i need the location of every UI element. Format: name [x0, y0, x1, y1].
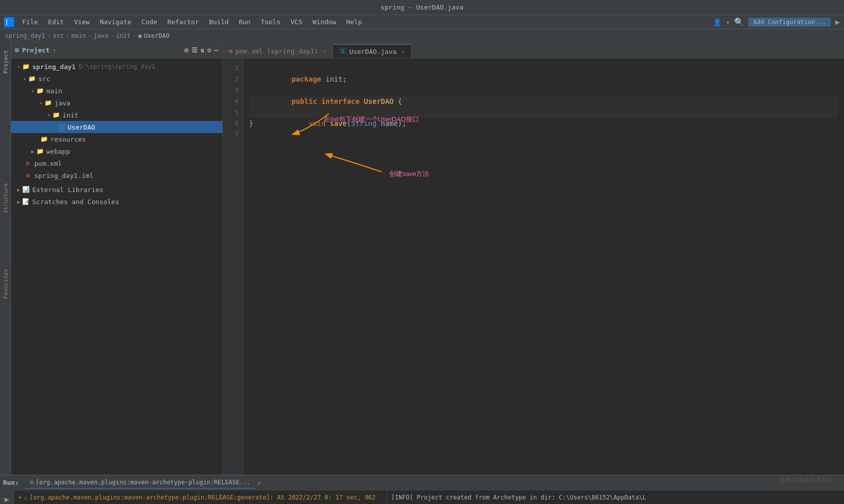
- sort-icon[interactable]: ⇅: [201, 46, 205, 54]
- app-icon: I: [4, 17, 14, 27]
- favorites-tab[interactable]: Favorites: [1, 266, 11, 301]
- init-folder-icon: 📁: [51, 110, 61, 119]
- run-left-log: ▾ ⚠ [org.apache.maven.plugins:maven-arch…: [14, 490, 387, 504]
- watermark: @稀土掘金技术社区: [779, 475, 834, 484]
- menu-refactor[interactable]: Refactor: [163, 17, 203, 27]
- annotation-init-package: 在init包下创建一个UserDAO接口: [324, 114, 419, 125]
- annotation-save-method: 创建save方法: [389, 168, 429, 179]
- tree-scratches[interactable]: ▶ 📝 Scratches and Consoles: [11, 196, 222, 208]
- warn-icon-2: ⚠: [24, 492, 27, 502]
- code-line-3: public interface UserDAO {: [249, 85, 838, 96]
- external-libs-icon: 📊: [21, 185, 30, 194]
- breadcrumb-root[interactable]: spring_day1: [5, 32, 45, 39]
- structure-tab[interactable]: Structure: [1, 180, 11, 216]
- run-panel-label: Run:: [3, 479, 19, 486]
- run-content: ▶ ⏹ ⟳ ⚙ 📷 ▾ ⚠ [org.apache.maven.plugins:…: [0, 490, 844, 504]
- run-button[interactable]: ▶: [835, 17, 840, 27]
- webapp-folder-icon: 📁: [35, 147, 44, 156]
- settings-icon[interactable]: ⚙: [207, 46, 211, 54]
- tree-userdao[interactable]: I UserDAO: [11, 121, 222, 133]
- menu-help[interactable]: Help: [342, 17, 366, 27]
- project-dropdown[interactable]: ▾: [53, 47, 56, 53]
- code-area: 1 2 3 4 5 6 7 package init; public inter…: [223, 58, 844, 475]
- tree-iml-label: spring_day1.iml: [34, 172, 93, 179]
- warn-icon-main: ▾: [18, 492, 22, 502]
- tree-root[interactable]: ▾ 📁 spring_day1 D:\spring\spring_day1: [11, 60, 222, 73]
- run-panel-tabs: Run: m [org.apache.maven.plugins:maven-a…: [0, 475, 844, 490]
- pom-tab-icon: m: [229, 48, 232, 54]
- tree-main-label: main: [46, 87, 62, 95]
- editor-tabs: m pom.xml (spring_day1) ✕ I UserDAO.java…: [223, 42, 844, 58]
- menu-edit[interactable]: Edit: [44, 17, 68, 27]
- run-play-button[interactable]: ▶: [2, 493, 13, 504]
- tree-webapp-label: webapp: [46, 148, 70, 155]
- line-numbers: 1 2 3 4 5 6 7: [223, 58, 243, 475]
- breadcrumb-src[interactable]: src: [53, 32, 64, 39]
- title-bar: spring - UserDAO.java: [0, 0, 844, 15]
- menu-bar: I File Edit View Navigate Code Refactor …: [0, 15, 844, 29]
- run-log: ▾ ⚠ [org.apache.maven.plugins:maven-arch…: [14, 490, 844, 504]
- tree-iml[interactable]: ⚙ spring_day1.iml: [11, 169, 222, 181]
- menu-vcs[interactable]: VCS: [286, 17, 306, 27]
- add-config-button[interactable]: Add Configuration...: [748, 18, 831, 27]
- breadcrumb: spring_day1 › src › main › java › init ›…: [0, 29, 844, 42]
- log-entry-main: ▾ ⚠ [org.apache.maven.plugins:maven-arch…: [18, 492, 383, 504]
- profile-icon[interactable]: 👤 ▾: [713, 18, 730, 26]
- menu-tools[interactable]: Tools: [257, 17, 284, 27]
- project-sidebar-tab[interactable]: Project: [1, 44, 11, 80]
- tree-java-label: java: [54, 99, 70, 107]
- iml-icon: ⚙: [23, 171, 32, 180]
- pom-tab-close[interactable]: ✕: [323, 48, 327, 54]
- run-tab-run[interactable]: m [org.apache.maven.plugins:maven-archet…: [25, 477, 256, 489]
- tree-external-libs[interactable]: ▶ 📊 External Libraries: [11, 183, 222, 196]
- tab-pom[interactable]: m pom.xml (spring_day1) ✕: [223, 44, 333, 58]
- project-tree: ▾ 📁 spring_day1 D:\spring\spring_day1 ▾ …: [11, 58, 222, 475]
- tree-resources[interactable]: 📁 resources: [11, 133, 222, 145]
- resources-folder-icon: 📁: [39, 135, 48, 144]
- compact-icon[interactable]: ☰: [192, 46, 198, 54]
- left-sidebar-icons: Project Structure Favorites: [0, 42, 11, 475]
- minimize-panel-icon[interactable]: –: [214, 46, 218, 54]
- userdao-icon: I: [57, 123, 66, 131]
- tree-resources-label: resources: [50, 136, 86, 143]
- project-label: Project: [22, 46, 50, 54]
- breadcrumb-java[interactable]: java: [94, 32, 108, 39]
- tree-pom[interactable]: m pom.xml: [11, 157, 222, 169]
- run-tab-close[interactable]: ✕: [258, 479, 261, 486]
- tree-init[interactable]: ▾ 📁 init: [11, 109, 222, 121]
- menu-view[interactable]: View: [70, 17, 94, 27]
- run-tab-icon: m: [30, 479, 33, 486]
- tab-userdao[interactable]: I UserDAO.java ✕: [333, 44, 412, 58]
- menu-file[interactable]: File: [18, 17, 42, 27]
- tree-webapp[interactable]: ▶ 📁 webapp: [11, 145, 222, 157]
- run-toolbar: ▶ ⏹ ⟳ ⚙ 📷: [0, 490, 14, 504]
- tree-root-label: spring_day1: [32, 63, 76, 71]
- tree-src-label: src: [38, 75, 50, 83]
- tree-java[interactable]: ▾ 📁 java: [11, 97, 222, 109]
- menu-build[interactable]: Build: [205, 17, 233, 27]
- tree-root-path: D:\spring\spring_day1: [79, 63, 155, 70]
- main-folder-icon: 📁: [35, 86, 44, 95]
- menu-run[interactable]: Run: [235, 17, 255, 27]
- tree-userdao-label: UserDAO: [68, 123, 95, 131]
- project-title: ⊞: [15, 46, 19, 54]
- code-editor[interactable]: package init; public interface UserDAO {…: [243, 58, 844, 475]
- menu-window[interactable]: Window: [309, 17, 340, 27]
- menu-code[interactable]: Code: [138, 17, 161, 27]
- svg-text:I: I: [6, 19, 8, 26]
- breadcrumb-userdao[interactable]: UserDAO: [144, 32, 169, 39]
- code-line-7: [249, 129, 838, 140]
- tree-scratches-label: Scratches and Consoles: [32, 198, 119, 206]
- search-icon[interactable]: 🔍: [734, 17, 744, 27]
- project-panel: ⊞ Project ▾ ⊙ ☰ ⇅ ⚙ – ▾ 📁 spring_day1 D:…: [11, 42, 223, 475]
- locate-icon[interactable]: ⊙: [185, 46, 189, 54]
- run-tab-label: [org.apache.maven.plugins:maven-archetyp…: [36, 479, 251, 486]
- tree-src[interactable]: ▾ 📁 src: [11, 73, 222, 85]
- breadcrumb-class-icon: ●: [138, 32, 142, 39]
- tree-init-label: init: [63, 111, 78, 119]
- breadcrumb-init[interactable]: init: [116, 32, 131, 39]
- tree-main[interactable]: ▾ 📁 main: [11, 85, 222, 97]
- userdao-tab-close[interactable]: ✕: [402, 48, 405, 55]
- breadcrumb-main[interactable]: main: [72, 32, 86, 39]
- menu-navigate[interactable]: Navigate: [96, 17, 136, 27]
